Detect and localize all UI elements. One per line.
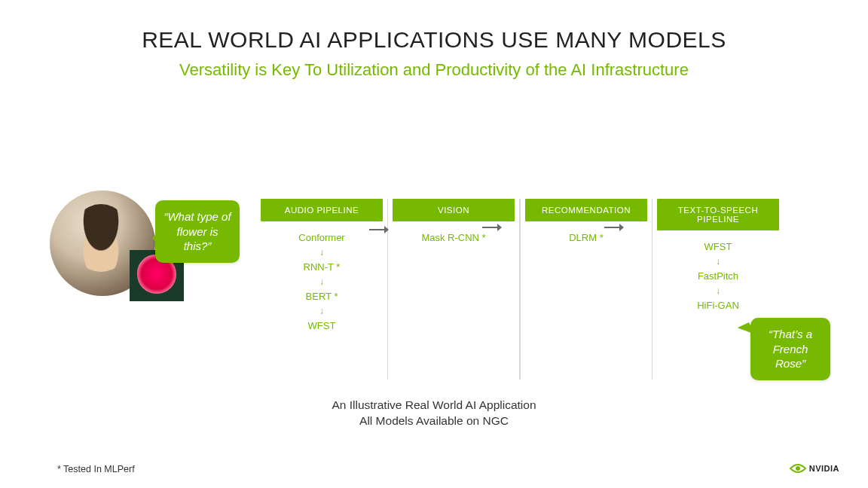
caption-line: An Illustrative Real World AI Applicatio… <box>0 398 868 413</box>
nvidia-eye-icon <box>790 462 806 474</box>
svg-point-6 <box>796 466 800 471</box>
pipeline-header: RECOMMENDATION <box>525 199 647 221</box>
model-name: BERT * <box>306 291 338 302</box>
pipeline-header: VISION <box>393 199 515 221</box>
down-arrow-icon: ↓ <box>319 307 324 316</box>
pipeline-col-audio: AUDIO PIPELINE Conformer ↓ RNN-T * ↓ BER… <box>256 199 387 331</box>
footnote: * Tested In MLPerf <box>57 464 135 474</box>
right-arrow-icon <box>369 224 389 235</box>
input-speech-bubble: “What type of flower is this?” <box>155 200 240 263</box>
down-arrow-icon: ↓ <box>319 277 324 286</box>
svg-marker-5 <box>619 224 624 231</box>
down-arrow-icon: ↓ <box>716 257 720 266</box>
model-name: HiFi-GAN <box>697 300 739 311</box>
pipeline-header: AUDIO PIPELINE <box>261 199 383 221</box>
pipeline-row: AUDIO PIPELINE Conformer ↓ RNN-T * ↓ BER… <box>256 199 784 380</box>
nvidia-logo: NVIDIA <box>790 462 839 474</box>
nvidia-logo-text: NVIDIA <box>809 464 839 473</box>
model-name: FastPitch <box>698 270 738 282</box>
model-name: Mask R-CNN * <box>421 232 485 243</box>
pipeline-col-tts: TEXT-TO-SPEECH PIPELINE WFST ↓ FastPitch… <box>653 199 784 311</box>
svg-marker-3 <box>497 224 502 231</box>
pipeline-col-recommendation: RECOMMENDATION DLRM * <box>520 199 653 380</box>
page-title: REAL WORLD AI APPLICATIONS USE MANY MODE… <box>0 27 868 53</box>
model-name: DLRM * <box>569 232 604 243</box>
down-arrow-icon: ↓ <box>319 248 324 257</box>
pipeline-header: TEXT-TO-SPEECH PIPELINE <box>657 199 779 230</box>
caption-line: All Models Available on NGC <box>0 413 868 429</box>
model-name: Conformer <box>298 232 344 243</box>
right-arrow-icon <box>482 222 502 233</box>
output-speech-bubble: “That’s a French Rose” <box>750 318 830 380</box>
page-subtitle: Versatility is Key To Utilization and Pr… <box>0 60 868 80</box>
model-name: WFST <box>308 320 336 331</box>
diagram-caption: An Illustrative Real World AI Applicatio… <box>0 398 868 429</box>
model-name: RNN-T * <box>304 261 341 273</box>
svg-marker-1 <box>384 226 389 233</box>
model-name: WFST <box>704 241 732 252</box>
down-arrow-icon: ↓ <box>716 286 720 295</box>
right-arrow-icon <box>604 222 624 233</box>
